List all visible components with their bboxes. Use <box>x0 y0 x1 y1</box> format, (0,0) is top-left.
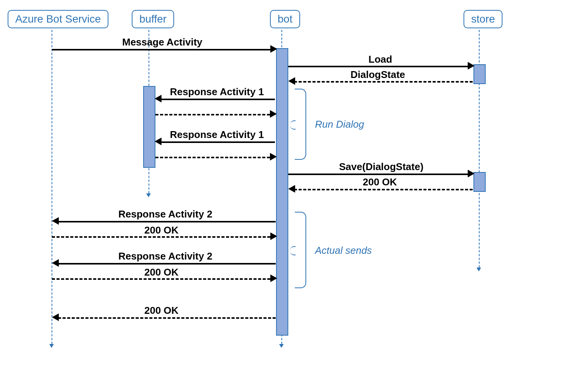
message-label: Load <box>368 54 392 65</box>
activation-store-2 <box>473 172 486 192</box>
message-label: 200 OK <box>363 176 397 188</box>
message-line-return <box>155 114 270 115</box>
brace-icon <box>295 212 306 288</box>
arrow-left-icon <box>155 138 162 145</box>
participant-azure-bot-service: Azure Bot Service <box>8 10 108 28</box>
message-line <box>160 141 275 143</box>
message-label: DialogState <box>351 69 405 81</box>
participant-label: Azure Bot Service <box>15 13 101 25</box>
message-line-return <box>294 189 473 190</box>
arrow-left-icon <box>288 77 295 85</box>
annotation-run-dialog: Run Dialog <box>315 118 364 130</box>
arrow-right-icon <box>270 274 277 282</box>
message-label: 200 OK <box>144 305 179 316</box>
lifeline-end-icon <box>477 268 481 271</box>
message-label: 200 OK <box>144 266 179 278</box>
arrow-left-icon <box>155 95 162 102</box>
message-label: Response Activity 2 <box>118 250 212 262</box>
message-label: Response Activity 1 <box>170 129 264 141</box>
lifeline-end-icon <box>146 193 151 197</box>
activation-buffer <box>143 86 155 168</box>
message-label: Message Activity <box>122 36 202 48</box>
arrow-right-icon <box>270 232 277 240</box>
arrow-right-icon <box>270 45 277 53</box>
message-label: Response Activity 1 <box>170 86 264 98</box>
message-line-return <box>52 278 270 280</box>
arrow-left-icon <box>288 185 295 193</box>
brace-icon <box>295 89 306 160</box>
message-label: 200 OK <box>144 224 179 236</box>
arrow-left-icon <box>52 313 59 321</box>
message-label: Save(DialogState) <box>339 161 423 173</box>
participant-buffer: buffer <box>132 10 174 28</box>
message-line <box>288 174 468 175</box>
annotation-actual-sends: Actual sends <box>315 245 372 256</box>
participant-label: store <box>471 13 495 25</box>
arrow-right-icon <box>270 110 277 118</box>
lifeline-abs <box>52 30 52 344</box>
participant-label: bot <box>278 13 292 25</box>
message-line <box>160 99 275 100</box>
message-line-return <box>294 81 473 83</box>
message-line <box>288 66 468 67</box>
activation-store-1 <box>473 64 486 84</box>
arrow-right-icon <box>270 153 277 161</box>
activation-bot <box>276 48 288 336</box>
sequence-diagram: Azure Bot Service buffer bot store Messa… <box>0 0 588 383</box>
message-line <box>58 221 276 222</box>
arrow-left-icon <box>52 259 59 267</box>
lifeline-end-icon <box>49 344 54 348</box>
arrow-left-icon <box>52 217 59 225</box>
participant-store: store <box>464 10 502 28</box>
arrow-right-icon <box>468 170 475 177</box>
message-line-return <box>155 157 270 158</box>
participant-bot: bot <box>270 10 300 28</box>
participant-label: buffer <box>139 13 166 25</box>
message-line <box>58 263 276 265</box>
arrow-right-icon <box>468 62 475 70</box>
message-line-return <box>58 317 276 319</box>
message-line-return <box>52 236 270 238</box>
message-label: Response Activity 2 <box>118 208 212 220</box>
message-line <box>52 49 270 50</box>
lifeline-end-icon <box>279 344 284 348</box>
